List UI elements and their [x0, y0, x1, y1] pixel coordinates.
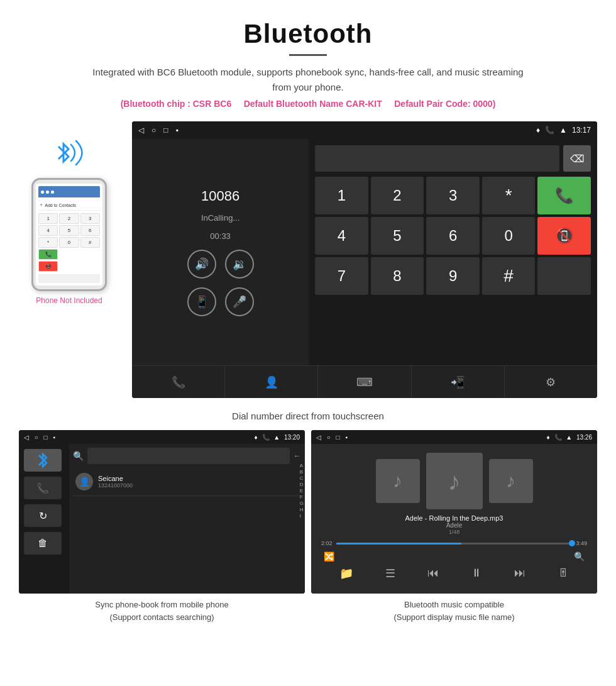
music-wifi-icon: ▲ [566, 434, 572, 441]
music-time: 13:26 [576, 434, 592, 441]
nav-transfer-button[interactable]: 📲 [412, 366, 505, 398]
shuffle-button[interactable]: 🔀 [324, 551, 334, 562]
music-albums: ♪ ♪ ♪ [376, 453, 533, 509]
title-divider [289, 54, 327, 56]
progress-fill [336, 543, 461, 545]
music-search-button[interactable]: 🔍 [574, 551, 585, 562]
music-note-main: ♪ [448, 467, 461, 495]
phone-header-bar [38, 186, 100, 197]
home-nav-icon[interactable]: ○ [151, 126, 156, 135]
volume-down-button[interactable]: 🔉 [225, 250, 254, 279]
phone-screen: + Add to Contacts 1 2 3 4 5 6 * 0 # 📞 📵 [36, 184, 102, 285]
volume-up-button[interactable]: 🔊 [187, 250, 216, 279]
dialer-controls: 🔊 🔉 [187, 250, 254, 279]
music-list-button[interactable]: ☰ [385, 567, 395, 580]
music-folder-button[interactable]: 📁 [339, 567, 353, 580]
pb-contact-row[interactable]: 👤 Seicane 13241007000 [73, 468, 301, 496]
nav-contacts-button[interactable]: 👤 [225, 366, 318, 398]
phone-add-contacts: + Add to Contacts [38, 200, 100, 211]
progress-dot [569, 540, 575, 546]
key-1[interactable]: 1 [315, 177, 368, 214]
nav-keypad-button[interactable]: ⌨ [318, 366, 411, 398]
pb-search-field[interactable] [87, 448, 290, 464]
music-note-left: ♪ [393, 470, 402, 492]
pb-status-bar: ◁ ○ □ ▪ ♦ 📞 ▲ 13:20 [19, 430, 305, 444]
key-3[interactable]: 3 [426, 177, 480, 214]
key-8[interactable]: 8 [371, 257, 424, 295]
bottom-row: ◁ ○ □ ▪ ♦ 📞 ▲ 13:20 [0, 430, 616, 636]
key-2[interactable]: 2 [371, 177, 424, 214]
play-pause-button[interactable]: ⏸ [471, 567, 482, 580]
pb-time: 13:20 [284, 434, 300, 441]
music-home-icon[interactable]: ○ [327, 434, 331, 441]
pb-back-arrow[interactable]: ← [294, 451, 301, 460]
progress-bar[interactable] [336, 543, 573, 545]
pb-sync-button[interactable]: ↻ [24, 504, 62, 527]
nav-settings-button[interactable]: ⚙ [505, 366, 597, 398]
dialer-body: 10086 InCalling... 00:33 🔊 🔉 📱 🎤 ⌫ [132, 139, 597, 365]
dialer-right-panel: ⌫ 1 2 3 * 📞 4 5 6 0 📵 7 8 9 # [309, 139, 597, 365]
nav-phone-button[interactable]: 📞 [132, 366, 225, 398]
call-number: 10086 [201, 188, 239, 204]
status-left: ◁ ○ □ ▪ [138, 126, 179, 135]
key-9[interactable]: 9 [426, 257, 480, 295]
phone-illustration: + Add to Contacts 1 2 3 4 5 6 * 0 # 📞 📵 [19, 121, 119, 305]
key-7[interactable]: 7 [315, 257, 368, 295]
key-4[interactable]: 4 [315, 217, 368, 255]
pb-delete-button[interactable]: 🗑 [24, 532, 62, 555]
music-extra-controls: 🔀 🔍 [317, 551, 591, 562]
chip-info: (Bluetooth chip : CSR BC6 Default Blueto… [13, 99, 603, 109]
music-caption: Bluetooth music compatible (Support disp… [311, 594, 597, 623]
music-back-icon[interactable]: ◁ [316, 434, 321, 441]
phone-bottom-bar [38, 274, 100, 283]
pb-back-icon[interactable]: ◁ [24, 434, 29, 441]
key-hash[interactable]: # [482, 257, 536, 295]
time-total: 3:49 [576, 540, 587, 546]
main-section: + Add to Contacts 1 2 3 4 5 6 * 0 # 📞 📵 [0, 115, 616, 404]
pb-search-row: 🔍 ← [73, 448, 301, 464]
music-loc-icon: ♦ [547, 434, 550, 441]
pb-main: 🔍 ← A B C D E F G H I [69, 444, 305, 594]
phone-dots [41, 191, 54, 194]
key-star[interactable]: * [482, 177, 536, 214]
music-title: Adele - Rolling In the Deep.mp3 [405, 514, 503, 522]
pb-search-icon: 🔍 [73, 451, 84, 461]
pb-call-sidebar-button[interactable]: 📞 [24, 477, 62, 499]
back-nav-icon[interactable]: ◁ [138, 126, 144, 135]
pb-bluetooth-icon[interactable] [24, 449, 62, 472]
pb-home-icon[interactable]: ○ [35, 434, 38, 441]
dialer-status-bar: ◁ ○ □ ▪ ♦ 📞 ▲ 13:17 [132, 121, 597, 139]
key-0[interactable]: 0 [482, 217, 536, 255]
music-screen: ◁ ○ □ ▪ ♦ 📞 ▲ 13:26 ♪ [311, 430, 597, 594]
album-left: ♪ [376, 459, 420, 503]
album-right: ♪ [489, 459, 533, 503]
dialer-bottom-nav: 📞 👤 ⌨ 📲 ⚙ [132, 365, 597, 398]
chip-code: Default Pair Code: 0000) [394, 99, 495, 109]
album-main: ♪ [426, 453, 483, 509]
music-status-bar: ◁ ○ □ ▪ ♦ 📞 ▲ 13:26 [311, 430, 597, 444]
mute-button[interactable]: 🎤 [225, 287, 254, 316]
call-button[interactable]: 📞 [537, 177, 591, 214]
end-call-button[interactable]: 📵 [537, 217, 591, 255]
key-6[interactable]: 6 [426, 217, 480, 255]
contact-name: Seicane [98, 475, 133, 482]
contact-avatar: 👤 [75, 473, 93, 490]
music-caption-line1: Bluetooth music compatible [404, 600, 504, 609]
music-progress: 2:02 3:49 [317, 540, 591, 546]
equalizer-button[interactable]: 🎚 [558, 567, 569, 580]
backspace-button[interactable]: ⌫ [563, 145, 591, 172]
pb-caption-line1: Sync phone-book from mobile phone [95, 600, 228, 609]
prev-button[interactable]: ⏮ [427, 567, 439, 580]
pb-recents-icon[interactable]: □ [44, 434, 48, 441]
transfer-button[interactable]: 📱 [187, 287, 216, 316]
key-5[interactable]: 5 [371, 217, 424, 255]
dialer-left-panel: 10086 InCalling... 00:33 🔊 🔉 📱 🎤 [132, 139, 309, 365]
next-button[interactable]: ⏭ [514, 567, 525, 580]
recents-nav-icon[interactable]: □ [163, 126, 168, 135]
chip-name: Default Bluetooth Name CAR-KIT [244, 99, 382, 109]
phone-frame: + Add to Contacts 1 2 3 4 5 6 * 0 # 📞 📵 [31, 178, 107, 291]
time-current: 2:02 [321, 540, 333, 546]
page-header: Bluetooth Integrated with BC6 Bluetooth … [0, 0, 616, 115]
music-recents-icon[interactable]: □ [336, 434, 340, 441]
keypad-grid: 1 2 3 * 📞 4 5 6 0 📵 7 8 9 # [315, 177, 591, 295]
